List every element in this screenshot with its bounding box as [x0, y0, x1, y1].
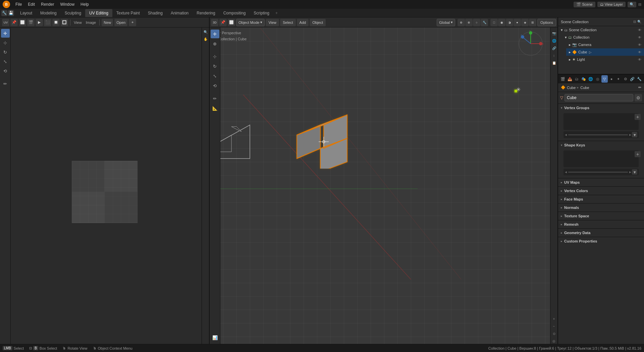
solid-mode[interactable]: ◉	[498, 19, 505, 26]
remesh-header[interactable]: ▸ Remesh	[558, 220, 644, 228]
open-image-btn[interactable]: Open	[114, 19, 127, 26]
uv-move-tool[interactable]: ⊹	[1, 38, 10, 47]
props-tab-view-layer[interactable]: 🗂	[574, 75, 580, 83]
normals-header[interactable]: ▸ Normals	[558, 204, 644, 212]
outliner-cube[interactable]: ▸ 🔶 Cube ▷ 👁	[566, 48, 644, 56]
transform-local[interactable]: ⊗	[465, 19, 473, 26]
menu-edit[interactable]: Edit	[25, 1, 38, 7]
editor-type-3d-btn[interactable]: 3D	[211, 19, 218, 26]
mode-btn4[interactable]: 🔲	[52, 19, 60, 26]
zoom-out-btn[interactable]: −	[551, 323, 557, 329]
zoom-fit-btn[interactable]: ⊙	[551, 331, 557, 337]
cursor-tool-3d[interactable]: ⊕	[211, 39, 219, 48]
outliner-search[interactable]: 🔍	[637, 20, 641, 24]
snap[interactable]: 🔧	[481, 19, 488, 26]
xray-toggle[interactable]: ◈	[521, 19, 529, 26]
view-btn[interactable]: View	[266, 19, 279, 26]
props-tab-physics[interactable]: ⚙	[622, 75, 629, 83]
props-tab-scene[interactable]: 🎭	[580, 75, 587, 83]
tab-sculpting[interactable]: Sculpting	[61, 9, 85, 17]
custom-properties-header[interactable]: ▸ Custom Properties	[558, 237, 644, 245]
item-btn[interactable]: 📋	[551, 60, 557, 66]
props-tab-constraints[interactable]: 🔗	[629, 75, 636, 83]
outliner-scene-collection[interactable]: ▾ 🗂 Scene Collection 👁	[558, 26, 644, 34]
vg-add-btn[interactable]: +	[635, 114, 641, 120]
light-eye[interactable]: 👁	[638, 58, 641, 61]
image-label[interactable]: Image	[85, 20, 98, 25]
uv-scale-tool[interactable]: ⤡	[1, 57, 10, 66]
geometry-data-header[interactable]: ▸ Geometry Data	[558, 229, 644, 237]
render-mode-btn[interactable]: 🎬	[27, 19, 35, 26]
menu-help[interactable]: Help	[78, 1, 92, 7]
breadcrumb-edit[interactable]: ✏	[638, 85, 641, 90]
vertex-colors-header[interactable]: ▸ Vertex Colors	[558, 187, 644, 195]
object-btn[interactable]: Object	[310, 19, 326, 26]
props-3d-btn[interactable]: 📊	[211, 333, 219, 342]
pin-btn[interactable]: 📌	[10, 19, 18, 26]
transform-tool-3d[interactable]: ⟲	[211, 81, 219, 90]
navigation-gizmo[interactable]: Y X Z	[517, 30, 544, 57]
mesh-name-input[interactable]	[565, 94, 633, 101]
menu-window[interactable]: Window	[57, 1, 77, 7]
props-tab-material[interactable]: ●	[608, 75, 615, 83]
select-btn[interactable]: Select	[280, 19, 296, 26]
uv-rotate-tool[interactable]: ↻	[1, 48, 10, 56]
cam-eye[interactable]: 👁	[638, 43, 641, 47]
uv-annotate-tool[interactable]: ✏	[1, 79, 10, 88]
add-workspace-btn[interactable]: +	[273, 10, 280, 16]
mode-btn5[interactable]: 🔳	[61, 19, 68, 26]
tab-uv-editing[interactable]: UV Editing	[85, 9, 112, 17]
props-tab-object[interactable]: ◎	[594, 75, 601, 83]
3d-scene[interactable]: ✳ User Perspective (1) Collection | Cube	[210, 28, 557, 344]
props-tab-modifiers[interactable]: 🔧	[636, 75, 643, 83]
props-tab-world[interactable]: 🌐	[587, 75, 594, 83]
shading-dropdown[interactable]: Global ▾	[437, 19, 455, 26]
transform-btn[interactable]: ↕	[551, 52, 557, 58]
scene-eye[interactable]: 👁	[638, 28, 641, 32]
menu-render[interactable]: Render	[38, 1, 57, 7]
tab-modeling[interactable]: Modeling	[36, 9, 61, 17]
proportional[interactable]: ○	[473, 19, 480, 26]
object-mode-dropdown[interactable]: Object Mode ▾	[236, 19, 265, 26]
vg-expand-btn[interactable]: ▾	[632, 132, 637, 137]
material-mode[interactable]: ◑	[506, 19, 513, 26]
shape-keys-header[interactable]: ▾ Shape Keys	[558, 141, 644, 149]
center-view-btn[interactable]: ⌖	[129, 19, 136, 26]
tab-shading[interactable]: Shading	[144, 9, 167, 17]
outliner-filter[interactable]: ⊟	[633, 20, 636, 24]
search-btn[interactable]: 🔍	[628, 2, 636, 7]
sk-scrollbar[interactable]	[568, 172, 628, 173]
tab-rendering[interactable]: Rendering	[193, 9, 219, 17]
options-btn[interactable]: Options	[537, 19, 556, 26]
scale-tool-3d[interactable]: ⤡	[211, 72, 219, 80]
add-btn[interactable]: Add	[297, 19, 309, 26]
props-tab-particles[interactable]: ✦	[615, 75, 622, 83]
tab-compositing[interactable]: Compositing	[219, 9, 250, 17]
select-tool-3d[interactable]: ✛	[211, 30, 219, 38]
quick-save-btn[interactable]: 💾	[8, 10, 14, 16]
props-tab-output[interactable]: 📤	[567, 75, 573, 83]
texture-space-header[interactable]: ▸ Texture Space	[558, 212, 644, 220]
view-label[interactable]: View	[72, 20, 83, 25]
cube-eye[interactable]: 👁	[638, 50, 641, 54]
render-mode-3d[interactable]: ●	[514, 19, 521, 26]
view-layer-selector[interactable]: 🗂 View Layer	[597, 2, 626, 7]
quick-open-btn[interactable]: 🔧	[1, 10, 7, 16]
outliner-light[interactable]: ▸ ☀ Light 👁	[566, 56, 644, 63]
uv-pan[interactable]: ✋	[203, 36, 209, 42]
3d-max-btn[interactable]: ⬜	[228, 19, 235, 26]
filter-btn[interactable]: ⊟	[638, 2, 641, 7]
uv-zoom-in[interactable]: 🔍	[203, 29, 209, 35]
face-maps-header[interactable]: ▸ Face Maps	[558, 195, 644, 203]
menu-file[interactable]: File	[13, 1, 24, 7]
uv-viewport[interactable]: ✛ ⊹ ↻ ⤡ ⟲ ✏	[0, 28, 209, 344]
zoom-in-btn[interactable]: +	[551, 316, 557, 322]
world-btn[interactable]: 🌐	[551, 38, 557, 44]
mesh-options-btn[interactable]: ⚙	[635, 94, 642, 101]
measure-tool-3d[interactable]: 📐	[211, 104, 219, 113]
3d-pin-btn[interactable]: 📌	[219, 19, 227, 26]
constraint-btn[interactable]: 🔗	[551, 45, 557, 51]
mode-btn3[interactable]: ⬛	[44, 19, 51, 26]
vg-scrollbar[interactable]	[568, 134, 628, 135]
uv-transform-tool[interactable]: ⟲	[1, 67, 10, 75]
